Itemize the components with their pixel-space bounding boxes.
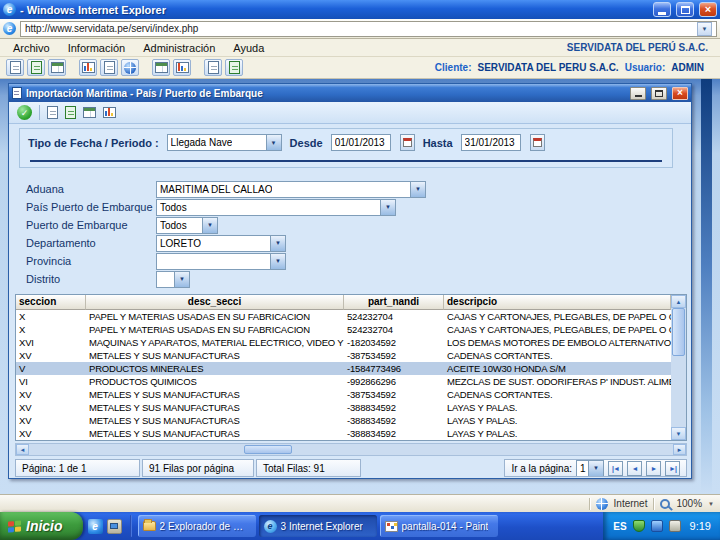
zoom-dropdown-icon[interactable]: ▼ — [708, 501, 714, 507]
desde-calendar-button[interactable] — [400, 134, 415, 151]
distrito-label: Distrito — [26, 273, 156, 285]
chart-icon — [82, 62, 95, 73]
show-desktop-icon[interactable] — [107, 519, 122, 534]
table-row[interactable]: VIPRODUCTOS QUIMICOS-992866296MEZCLAS DE… — [16, 375, 671, 388]
hasta-input[interactable] — [461, 134, 521, 151]
toolbar-excel-icon[interactable] — [27, 59, 45, 76]
chart-view-button[interactable] — [103, 107, 116, 118]
export-excel-button[interactable] — [65, 106, 76, 119]
table-row[interactable]: XVIMAQUINAS Y APARATOS, MATERIAL ELECTRI… — [16, 336, 671, 349]
table-row[interactable]: VPRODUCTOS MINERALES-1584773496ACEITE 10… — [16, 362, 671, 375]
close-button[interactable]: × — [699, 2, 717, 17]
table-cell: METALES Y SUS MANUFACTURAS — [86, 388, 344, 401]
aduana-select[interactable]: MARITIMA DEL CALLAO ▼ — [156, 181, 426, 198]
scrollbar-thumb[interactable] — [672, 308, 685, 356]
window-title: - Windows Internet Explorer — [20, 4, 648, 16]
company-name: SERVIDATA DEL PERÚ S.A.C. — [567, 42, 716, 53]
spreadsheet-icon — [31, 61, 42, 74]
table-cell: CAJAS Y CARTONAJES, PLEGABLES, DE PAPEL … — [444, 310, 671, 323]
table-row[interactable]: XVMETALES Y SUS MANUFACTURAS-388834592LA… — [16, 427, 671, 440]
address-url: http://www.servidata.pe/servi/index.php — [25, 23, 693, 34]
table-row[interactable]: XVMETALES Y SUS MANUFACTURAS-388834592LA… — [16, 401, 671, 414]
menu-archivo[interactable]: Archivo — [4, 41, 59, 55]
scroll-left-button[interactable]: ◄ — [16, 444, 29, 455]
tipo-fecha-select[interactable]: Llegada Nave ▼ — [167, 134, 282, 151]
spreadsheet-icon — [229, 61, 240, 74]
desde-input[interactable] — [331, 134, 391, 151]
child-window-titlebar: Importación Marítima - País / Puerto de … — [9, 84, 691, 102]
task-paint[interactable]: pantalla-014 - Paint — [380, 515, 498, 537]
toolbar-doc3-icon[interactable] — [204, 59, 222, 76]
next-page-button[interactable]: ► — [646, 461, 661, 476]
toolbar-grid-icon[interactable] — [48, 59, 66, 76]
security-shield-icon[interactable] — [633, 520, 645, 532]
prev-page-button[interactable]: ◄ — [627, 461, 642, 476]
table-row[interactable]: XVMETALES Y SUS MANUFACTURAS-387534592CA… — [16, 349, 671, 362]
departamento-select[interactable]: LORETO ▼ — [156, 235, 286, 252]
toolbar-doc2-icon[interactable] — [100, 59, 118, 76]
task-internet-explorer[interactable]: e 3 Internet Explorer — [259, 515, 377, 537]
volume-icon[interactable] — [669, 520, 681, 532]
toolbar-chart-icon[interactable] — [79, 59, 97, 76]
grid-body: XPAPEL Y MATERIAS USADAS EN SU FABRICACI… — [16, 310, 686, 440]
pais-puerto-select[interactable]: Todos ▼ — [156, 199, 396, 216]
column-header-desc-secci[interactable]: desc_secci — [86, 295, 344, 310]
column-header-seccion[interactable]: seccion — [16, 295, 86, 310]
toolbar-chart2-icon[interactable] — [173, 59, 191, 76]
table-row[interactable]: XPAPEL Y MATERIAS USADAS EN SU FABRICACI… — [16, 323, 671, 336]
table-row[interactable]: XVMETALES Y SUS MANUFACTURAS-388834592LA… — [16, 414, 671, 427]
child-close-button[interactable]: × — [672, 87, 688, 100]
goto-page-select[interactable]: 1 ▼ — [576, 460, 604, 477]
menu-informacion[interactable]: Información — [59, 41, 134, 55]
toolbar-doc-icon[interactable] — [6, 59, 24, 76]
windows-logo-icon — [8, 520, 21, 532]
scrollbar-thumb[interactable] — [244, 445, 292, 454]
child-minimize-button[interactable] — [630, 87, 646, 100]
toolbar-grid2-icon[interactable] — [152, 59, 170, 76]
column-header-part-nandi[interactable]: part_nandi — [344, 295, 444, 310]
document-icon — [208, 61, 219, 74]
first-page-button[interactable]: |◄ — [608, 461, 623, 476]
session-info: Cliente: SERVIDATA DEL PERU S.A.C. Usuar… — [435, 62, 714, 73]
table-cell: MEZCLAS DE SUST. ODORIFERAS P' INDUST. A… — [444, 375, 671, 388]
export-doc-button[interactable] — [47, 106, 58, 119]
network-icon[interactable] — [651, 520, 663, 532]
maximize-button[interactable] — [676, 2, 694, 17]
hasta-calendar-button[interactable] — [530, 134, 545, 151]
scroll-up-button[interactable]: ▲ — [671, 295, 686, 308]
zoom-level[interactable]: 100% — [676, 498, 702, 509]
child-maximize-button[interactable] — [651, 87, 667, 100]
toolbar-globe-icon[interactable] — [121, 59, 139, 76]
table-cell: XV — [16, 427, 86, 440]
toolbar-excel2-icon[interactable] — [225, 59, 243, 76]
clock: 9:19 — [690, 520, 711, 532]
vertical-scrollbar[interactable]: ▲ ▼ — [671, 295, 686, 440]
horizontal-scrollbar[interactable]: ◄ ► — [15, 443, 687, 456]
table-row[interactable]: XPAPEL Y MATERIAS USADAS EN SU FABRICACI… — [16, 310, 671, 323]
address-dropdown-button[interactable]: ▼ — [697, 22, 712, 36]
language-indicator[interactable]: ES — [613, 521, 626, 532]
table-row[interactable]: XVMETALES Y SUS MANUFACTURAS-387534592CA… — [16, 388, 671, 401]
scroll-down-button[interactable]: ▼ — [671, 427, 686, 440]
scroll-right-button[interactable]: ► — [673, 444, 686, 455]
arrow-left-icon: ◄ — [20, 447, 26, 453]
minimize-button[interactable] — [653, 2, 671, 17]
column-header-descripcio[interactable]: descripcio — [444, 295, 671, 310]
start-button[interactable]: Inicio — [0, 512, 83, 540]
internet-zone-label: Internet — [614, 498, 648, 509]
puerto-embarque-select[interactable]: Todos ▼ — [156, 217, 218, 234]
address-input[interactable]: http://www.servidata.pe/servi/index.php … — [20, 21, 717, 37]
quick-launch-ie-icon[interactable]: e — [88, 519, 103, 534]
last-page-button[interactable]: ►| — [665, 461, 680, 476]
check-icon: ✓ — [21, 108, 29, 118]
menu-administracion[interactable]: Administración — [134, 41, 224, 55]
calendar-icon — [403, 138, 412, 147]
grid-header: seccion desc_secci part_nandi descripcio — [16, 295, 671, 310]
menu-ayuda[interactable]: Ayuda — [224, 41, 273, 55]
confirm-button[interactable]: ✓ — [17, 105, 32, 120]
grid-view-button[interactable] — [83, 107, 96, 118]
distrito-select[interactable]: ▼ — [156, 271, 190, 288]
table-cell: -388834592 — [344, 414, 444, 427]
provincia-select[interactable]: ▼ — [156, 253, 286, 270]
task-explorador[interactable]: 2 Explorador de Wi... — [138, 515, 256, 537]
